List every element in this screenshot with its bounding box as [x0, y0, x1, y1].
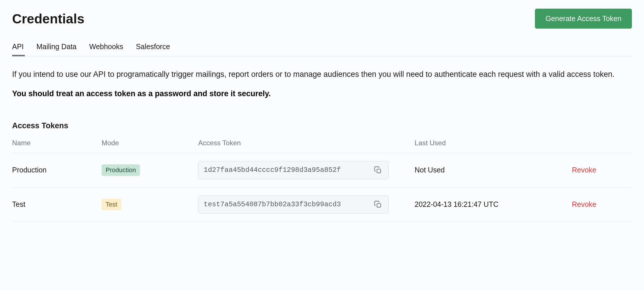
table-header-row: Name Mode Access Token Last Used	[12, 139, 632, 153]
th-name: Name	[12, 139, 102, 147]
section-title: Access Tokens	[12, 121, 632, 130]
th-token: Access Token	[198, 139, 415, 147]
mode-badge: Test	[102, 199, 121, 210]
token-box: test7a5a554087b7bb02a33f3cb99acd3	[198, 196, 389, 213]
revoke-link[interactable]: Revoke	[572, 166, 596, 174]
mode-badge: Production	[102, 164, 140, 176]
svg-rect-1	[377, 203, 381, 207]
table-row: Production Production 1d27faa45bd44cccc9…	[12, 153, 632, 187]
copy-icon	[374, 200, 382, 209]
token-name: Production	[12, 166, 102, 174]
th-actions	[572, 139, 606, 147]
tab-mailing-data[interactable]: Mailing Data	[36, 42, 76, 56]
revoke-link[interactable]: Revoke	[572, 200, 596, 208]
intro-text: If you intend to use our API to programa…	[12, 69, 632, 80]
th-mode: Mode	[102, 139, 198, 147]
tab-salesforce[interactable]: Salesforce	[136, 42, 170, 56]
warning-text: You should treat an access token as a pa…	[12, 89, 632, 98]
generate-access-token-button[interactable]: Generate Access Token	[535, 9, 632, 29]
table-row: Test Test test7a5a554087b7bb02a33f3cb99a…	[12, 187, 632, 222]
token-box: 1d27faa45bd44cccc9f1298d3a95a852f	[198, 161, 389, 179]
tab-api[interactable]: API	[12, 42, 24, 56]
copy-token-button[interactable]	[373, 165, 383, 175]
access-tokens-table: Name Mode Access Token Last Used Product…	[12, 139, 632, 222]
page-title: Credentials	[12, 11, 85, 27]
svg-rect-0	[377, 169, 381, 173]
tabs-nav: API Mailing Data Webhooks Salesforce	[12, 42, 632, 56]
token-last-used: 2022-04-13 16:21:47 UTC	[415, 200, 572, 209]
copy-icon	[374, 166, 382, 174]
token-value: test7a5a554087b7bb02a33f3cb99acd3	[204, 200, 370, 208]
token-value: 1d27faa45bd44cccc9f1298d3a95a852f	[204, 166, 370, 174]
th-last-used: Last Used	[415, 139, 572, 147]
token-name: Test	[12, 200, 102, 209]
token-last-used: Not Used	[415, 166, 572, 174]
tab-webhooks[interactable]: Webhooks	[89, 42, 123, 56]
copy-token-button[interactable]	[373, 199, 383, 210]
